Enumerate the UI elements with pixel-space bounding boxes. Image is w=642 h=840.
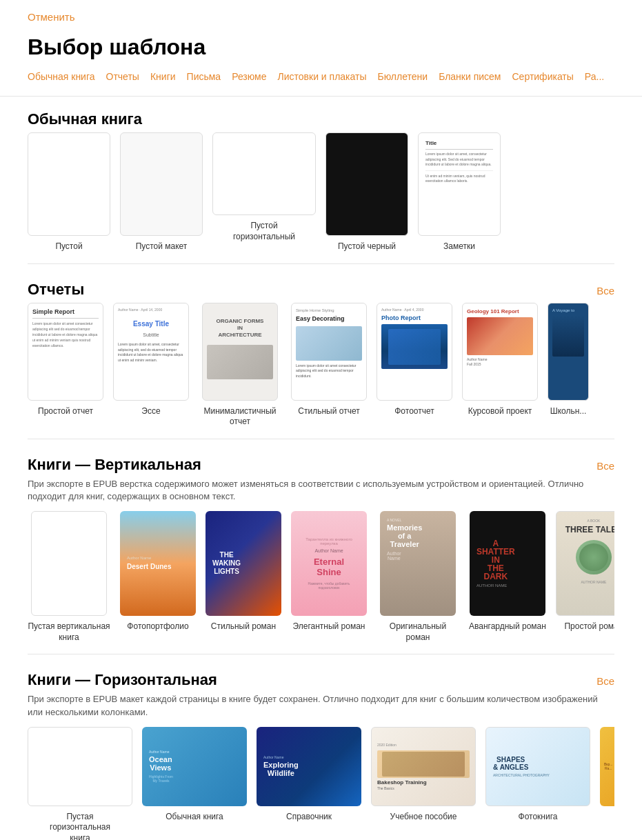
essay-label: Эссе [141, 406, 160, 417]
essay-thumb: Author Name · April 14, 2000 Essay Title… [113, 303, 189, 401]
blank-horiz-label: Пустая горизонтальная книга [39, 812, 121, 840]
blank-vert-label: Пустая вертикальная книга [28, 621, 110, 643]
minimal-report-thumb: ORGANIC FORMSINARCHITECTURE [202, 303, 278, 401]
photo-report-label: Фотоотчет [394, 406, 434, 417]
handbook-label: Справочник [286, 812, 332, 823]
blank-horiz-thumb [28, 727, 132, 806]
simple-novel-label: Простой роман [564, 621, 614, 632]
template-blank-dark-label: Пустой черный [338, 241, 396, 252]
template-blank-dark[interactable]: Пустой черный [325, 132, 408, 252]
avant-novel-thumb: ASHATTERINTHEDARK AUTHOR NAME [470, 511, 545, 616]
plain-book-templates: Пустой Пустой макет Пустой горизонтальны… [28, 132, 614, 252]
books-vertical-section: Книги — Вертикальная Все При экспорте в … [0, 442, 642, 652]
nav-item-bulletins[interactable]: Бюллетени [372, 68, 433, 85]
reports-header: Отчеты Все [28, 281, 614, 299]
nav-item-letterheads[interactable]: Бланки писем [433, 68, 506, 85]
template-coursework[interactable]: Geology 101 Report Author NameFall 2015 … [462, 303, 538, 428]
nav-item-certificates[interactable]: Сертификаты [507, 68, 579, 85]
nav-item-more[interactable]: Ра... [579, 68, 610, 85]
simple-report-label: Простой отчет [38, 406, 93, 417]
coursework-label: Курсовой проект [468, 406, 532, 417]
books-horizontal-section: Книги — Горизонтальная Все При экспорте … [0, 657, 642, 840]
template-hbook-partial[interactable]: Вкр...Ra... ... [600, 727, 614, 840]
template-blank-label: Пустой [55, 241, 82, 252]
template-photobook[interactable]: SHAPES& ANGLES ARCHITECTURAL PHOTOGRAPHY… [485, 727, 590, 840]
original-novel-label: Оригинальный роман [377, 621, 459, 643]
books-horizontal-header: Книги — Горизонтальная Все [28, 671, 614, 689]
nav-item-letters[interactable]: Письма [181, 68, 227, 85]
school-label: Школьн... [550, 406, 587, 417]
template-blank-layout[interactable]: Пустой макет [120, 132, 203, 252]
blank-layout-thumb [120, 132, 203, 236]
template-elegant-novel[interactable]: Тарантелла из книжного переулка Author N… [291, 511, 367, 643]
template-minimal-report[interactable]: ORGANIC FORMSINARCHITECTURE Минималистич… [199, 303, 281, 428]
books-vertical-title: Книги — Вертикальная [28, 456, 201, 474]
page-title: Выбор шаблона [0, 29, 642, 68]
template-simple-report[interactable]: Simple Report Lorem ipsum dolor sit amet… [28, 303, 103, 428]
reports-title: Отчеты [28, 281, 84, 299]
top-bar: Отменить [0, 0, 642, 29]
books-horizontal-title: Книги — Горизонтальная [28, 671, 217, 689]
photo-portfolio-label: Фотопортфолио [127, 621, 188, 632]
category-nav: Обычная книга Отчеты Книги Письма Резюме… [0, 68, 642, 97]
blank-vert-thumb [31, 511, 107, 616]
standard-book-label: Обычная книга [165, 812, 223, 823]
divider-3 [28, 654, 614, 654]
textbook-label: Учебное пособие [390, 812, 457, 823]
blank-horizontal-thumb [212, 132, 316, 215]
blank-dark-thumb [325, 132, 408, 236]
template-textbook[interactable]: 2020 Edition Bakeshop Training The Basic… [371, 727, 476, 840]
template-school[interactable]: A Voyage to Школьн... [548, 303, 589, 428]
coursework-thumb: Geology 101 Report Author NameFall 2015 [462, 303, 538, 401]
simple-novel-thumb: A BOOK THREE TALES AUTHOR NAME [556, 511, 614, 616]
template-blank[interactable]: Пустой [28, 132, 110, 252]
template-photo-report[interactable]: Author Name · April 4, 2000 Photo Report… [377, 303, 452, 428]
template-simple-novel[interactable]: A BOOK THREE TALES AUTHOR NAME Простой р… [556, 511, 614, 643]
books-vertical-see-all[interactable]: Все [596, 460, 614, 472]
plain-book-header: Обычная книга [28, 110, 614, 128]
reports-section: Отчеты Все Simple Report Lorem ipsum dol… [0, 267, 642, 436]
reports-templates: Simple Report Lorem ipsum dolor sit amet… [28, 303, 614, 428]
notes-thumb: Title Lorem ipsum dolor sit amet, consec… [418, 132, 501, 236]
nav-item-books[interactable]: Книги [145, 68, 181, 85]
nav-item-flyers[interactable]: Листовки и плакаты [272, 68, 372, 85]
template-notes-label: Заметки [443, 241, 475, 252]
nav-item-reports[interactable]: Отчеты [101, 68, 145, 85]
hbook-partial-thumb: Вкр...Ra... [600, 727, 614, 806]
stylish-novel-label: Стильный роман [211, 621, 276, 632]
nav-item-resume[interactable]: Резюме [226, 68, 272, 85]
template-stylish-novel[interactable]: THEWAKINGLIGHTS Стильный роман [205, 511, 281, 643]
stylish-report-label: Стильный отчет [298, 406, 359, 417]
plain-book-section: Обычная книга Пустой Пустой макет Пустой… [0, 97, 642, 261]
avant-novel-label: Авангардный роман [469, 621, 546, 632]
template-photo-portfolio[interactable]: Author Name Desert Dunes Фотопортфолио [120, 511, 196, 643]
divider-1 [28, 263, 614, 264]
books-vertical-templates: Пустая вертикальная книга Author Name De… [28, 511, 614, 643]
template-blank-horiz[interactable]: Пустая горизонтальная книга [28, 727, 132, 840]
cancel-button[interactable]: Отменить [28, 11, 75, 23]
nav-item-plain-book[interactable]: Обычная книга [28, 68, 101, 85]
template-handbook[interactable]: Author Name ExploringWildlife Справочник [257, 727, 361, 840]
stylish-novel-thumb: THEWAKINGLIGHTS [205, 511, 281, 616]
template-blank-horizontal[interactable]: Пустой горизонтальный [212, 132, 316, 252]
minimal-report-label: Минималистичный отчет [199, 406, 281, 428]
template-stylish-report[interactable]: Simple Home Styling Easy Decorating Lore… [291, 303, 367, 428]
simple-report-thumb: Simple Report Lorem ipsum dolor sit amet… [28, 303, 103, 401]
photobook-label: Фотокнига [519, 812, 558, 823]
handbook-thumb: Author Name ExploringWildlife [257, 727, 361, 806]
divider-2 [28, 439, 614, 439]
template-blank-vert[interactable]: Пустая вертикальная книга [28, 511, 110, 643]
template-original-novel[interactable]: A NOVEL Memoriesof aTraveler AuthorName … [377, 511, 459, 643]
template-essay[interactable]: Author Name · April 14, 2000 Essay Title… [113, 303, 189, 428]
template-avant-novel[interactable]: ASHATTERINTHEDARK AUTHOR NAME Авангардны… [469, 511, 546, 643]
school-thumb: A Voyage to [548, 303, 589, 401]
template-standard-book[interactable]: Author Name OceanViews Highlights FromMy… [142, 727, 247, 840]
plain-book-title: Обычная книга [28, 110, 142, 128]
textbook-thumb: 2020 Edition Bakeshop Training The Basic… [371, 727, 476, 806]
books-horizontal-see-all[interactable]: Все [596, 675, 614, 687]
reports-see-all[interactable]: Все [596, 285, 614, 297]
elegant-novel-label: Элегантный роман [293, 621, 365, 632]
photo-report-thumb: Author Name · April 4, 2000 Photo Report [377, 303, 452, 401]
template-notes[interactable]: Title Lorem ipsum dolor sit amet, consec… [418, 132, 501, 252]
elegant-novel-thumb: Тарантелла из книжного переулка Author N… [291, 511, 367, 616]
